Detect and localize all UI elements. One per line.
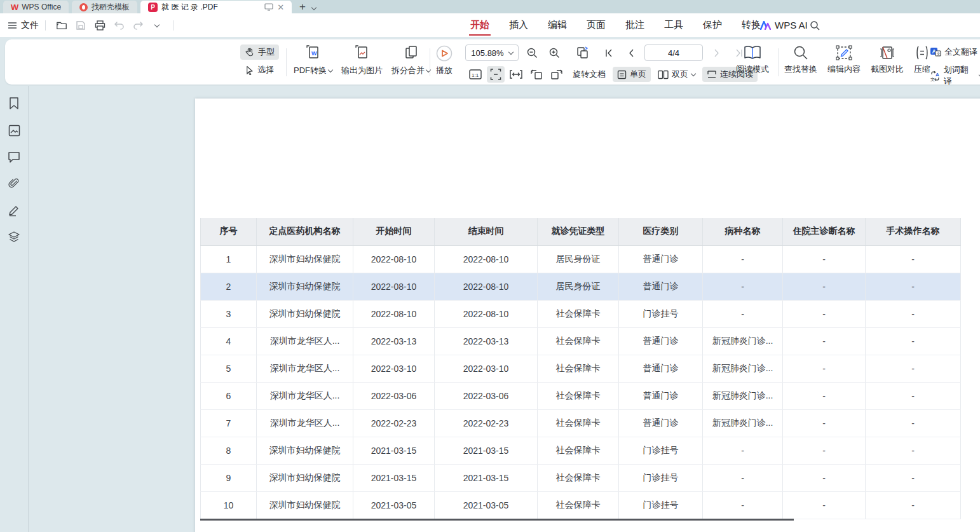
table-cell: 2022-08-10 [435, 300, 538, 327]
thumbnail-panel-icon[interactable] [6, 123, 22, 138]
table-cell: 2022-03-06 [353, 382, 435, 409]
menu-tab[interactable]: 转换 [740, 15, 762, 35]
svg-text:W: W [311, 50, 317, 57]
redo-icon[interactable] [128, 17, 147, 34]
present-monitor-icon[interactable] [264, 3, 273, 11]
menu-tab[interactable]: 编辑 [547, 15, 568, 35]
table-cell: - [866, 245, 961, 273]
edit-content-button[interactable]: 编辑内容 [825, 44, 863, 76]
hand-tool-button[interactable]: 手型 [240, 44, 279, 60]
menu-tab[interactable]: 批注 [624, 15, 646, 35]
word-translate-button[interactable]: A文 划词翻译 [925, 62, 980, 89]
table-cell: - [703, 273, 783, 300]
save-icon[interactable] [71, 17, 90, 34]
read-mode-button[interactable]: 阅读模式 [733, 44, 772, 76]
table-cell: 2022-03-13 [353, 327, 435, 355]
table-bottom-border [200, 519, 794, 521]
file-menu-button[interactable]: 文件 [8, 20, 39, 31]
screenshot-compare-label: 截图对比 [871, 64, 904, 75]
table-cell: 5 [201, 355, 257, 382]
undo-icon[interactable] [109, 17, 128, 34]
more-actions-chevron-icon[interactable] [147, 17, 167, 34]
comment-panel-icon[interactable] [6, 149, 22, 165]
rotate-document-button[interactable]: 旋转文档 [568, 67, 610, 82]
hamburger-icon [8, 22, 17, 29]
pdf-convert-button[interactable]: W PDF转换 [291, 44, 335, 78]
bookmark-icon[interactable] [6, 96, 22, 111]
next-page-icon[interactable] [707, 44, 725, 61]
page-number-input[interactable]: 4/4 [644, 44, 703, 61]
play-button[interactable]: 播放 [433, 44, 455, 78]
double-page-icon [658, 70, 669, 79]
fit-page-icon[interactable] [487, 66, 505, 83]
signature-icon[interactable] [6, 203, 22, 218]
menu-tab[interactable]: 页面 [585, 15, 607, 35]
attachment-icon[interactable] [6, 176, 22, 191]
layers-icon[interactable] [6, 229, 22, 245]
find-replace-button[interactable]: 查找替换 [782, 44, 820, 76]
table-row: 9深圳市妇幼保健院2021-03-152021-03-15社会保障卡门诊挂号--… [201, 464, 961, 491]
export-image-button[interactable]: 输出为图片 [339, 44, 385, 78]
select-tool-button[interactable]: 选择 [240, 62, 279, 78]
table-cell: 新冠肺炎门诊... [703, 327, 783, 355]
table-cell: - [866, 273, 961, 300]
tab-docer-templates[interactable]: 找稻壳模板 [72, 1, 137, 13]
table-cell: 社会保障卡 [538, 355, 619, 382]
chevron-down-icon [508, 50, 513, 55]
window-tab-bar: W WPS Office 找稻壳模板 P 就 医 记 录 .PDF ✕ + [0, 0, 980, 13]
fit-width-icon[interactable] [507, 66, 525, 83]
first-page-icon[interactable] [600, 44, 618, 61]
replace-pages-icon[interactable] [574, 44, 592, 61]
table-cell: 2022-08-10 [353, 273, 435, 300]
table-cell: - [703, 464, 783, 491]
table-cell: 2021-03-15 [353, 464, 435, 491]
table-cell: - [703, 437, 783, 464]
split-merge-button[interactable]: 拆分合并 [389, 44, 433, 78]
table-row: 4深圳市龙华区人...2022-03-132022-03-13社会保障卡普通门诊… [201, 327, 961, 355]
double-page-button[interactable]: 双页 [653, 67, 700, 82]
close-tab-icon[interactable]: ✕ [277, 3, 284, 11]
zoom-level-select[interactable]: 105.88% [465, 44, 519, 61]
full-text-translate-button[interactable]: A文 全文翻译 [925, 44, 980, 60]
table-row: 7深圳市龙华区人...2022-02-232022-02-23社会保障卡普通门诊… [201, 409, 961, 437]
menu-tab[interactable]: 工具 [663, 15, 684, 35]
rotate-left-icon[interactable] [527, 66, 545, 83]
print-icon[interactable] [90, 17, 109, 34]
tab-list-chevron-icon[interactable] [312, 2, 316, 13]
table-cell: 深圳市龙华区人... [257, 409, 353, 437]
table-cell: 深圳市妇幼保健院 [257, 464, 353, 491]
table-row: 1深圳市妇幼保健院2022-08-102022-08-10居民身份证普通门诊--… [201, 245, 961, 273]
wps-ai-button[interactable]: WPS AI [760, 13, 808, 37]
screenshot-compare-button[interactable]: 截图对比 [868, 44, 906, 76]
zoom-out-icon[interactable] [523, 44, 541, 61]
svg-text:1:1: 1:1 [472, 72, 479, 78]
cursor-icon [245, 65, 254, 75]
docer-icon [79, 3, 88, 11]
table-cell: - [866, 464, 961, 491]
previous-page-icon[interactable] [622, 44, 640, 61]
table-cell: - [783, 300, 866, 327]
table-cell: - [783, 327, 866, 355]
table-cell: - [866, 409, 961, 437]
play-icon [436, 45, 453, 62]
column-header: 医疗类别 [619, 218, 703, 245]
ribbon-search-icon[interactable] [806, 17, 824, 34]
single-page-button[interactable]: 单页 [613, 67, 651, 82]
rotate-right-icon[interactable] [548, 66, 566, 83]
menu-tab[interactable]: 开始 [469, 15, 491, 35]
table-cell: 2022-03-10 [435, 355, 538, 382]
tab-wps-home[interactable]: W WPS Office [3, 1, 69, 13]
play-label: 播放 [436, 65, 453, 76]
table-cell: 居民身份证 [538, 245, 619, 273]
menu-tab[interactable]: 保护 [702, 15, 723, 35]
open-book-icon [744, 45, 761, 60]
column-header: 住院主诊断名称 [783, 218, 866, 245]
new-tab-icon[interactable]: + [299, 1, 306, 13]
open-file-icon[interactable] [52, 17, 71, 34]
actual-size-icon[interactable]: 1:1 [466, 66, 484, 83]
table-cell: 新冠肺炎门诊... [703, 382, 783, 409]
menu-tab[interactable]: 插入 [508, 15, 529, 35]
table-cell: - [783, 273, 866, 300]
tab-document-pdf[interactable]: P 就 医 记 录 .PDF ✕ [140, 1, 292, 13]
zoom-in-icon[interactable] [545, 44, 563, 61]
